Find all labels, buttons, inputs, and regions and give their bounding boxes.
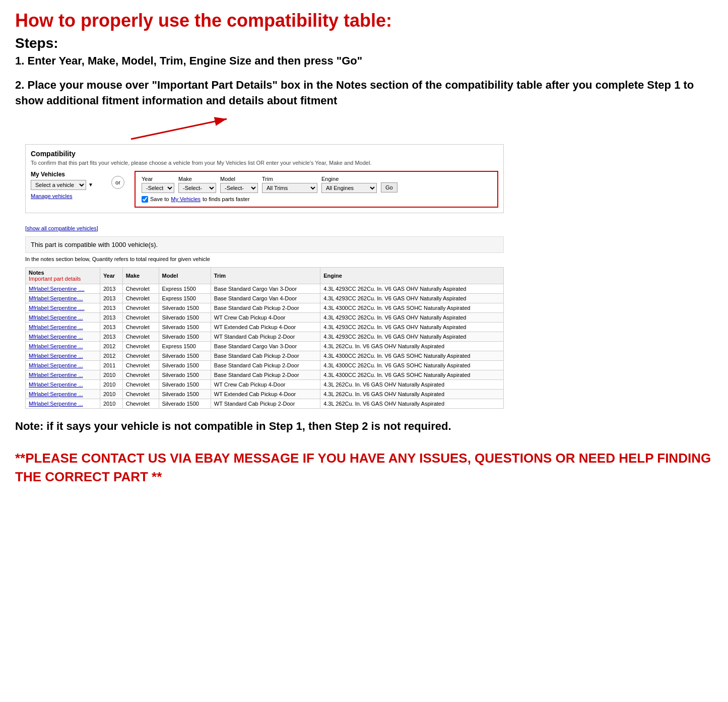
main-title: How to properly use the compatibility ta… xyxy=(15,10,713,31)
year-cell: 2012 xyxy=(100,341,122,351)
trim-cell: WT Standard Cab Pickup 2-Door xyxy=(211,332,320,341)
vehicle-select[interactable]: Select a vehicle xyxy=(31,180,86,190)
year-cell: 2013 xyxy=(100,293,122,303)
notes-cell[interactable]: Mfrlabel:Serpentine ... xyxy=(26,360,100,370)
header-engine: Engine xyxy=(320,267,504,284)
trim-cell: Base Standard Cab Pickup 2-Door xyxy=(211,303,320,312)
notes-cell[interactable]: Mfrlabel:Serpentine ... xyxy=(26,332,100,341)
year-cell: 2010 xyxy=(100,399,122,408)
engine-cell: 4.3L 262Cu. In. V6 GAS OHV Naturally Asp… xyxy=(320,341,504,351)
notes-cell[interactable]: Mfrlabel:Serpentine ... xyxy=(26,399,100,408)
compat-title: Compatibility xyxy=(31,150,498,158)
make-cell: Chevrolet xyxy=(122,293,159,303)
make-cell: Chevrolet xyxy=(122,303,159,312)
vehicle-form-section: Year -Select- Make -Select- Model -Selec… xyxy=(135,171,498,208)
make-cell: Chevrolet xyxy=(122,322,159,332)
trim-cell: Base Standard Cab Pickup 2-Door xyxy=(211,370,320,379)
steps-heading: Steps: xyxy=(15,35,713,51)
year-cell: 2013 xyxy=(100,322,122,332)
header-year: Year xyxy=(100,267,122,284)
make-cell: Chevrolet xyxy=(122,332,159,341)
model-select[interactable]: -Select- xyxy=(220,183,258,193)
model-cell: Silverado 1500 xyxy=(159,312,211,322)
engine-select[interactable]: All Engines xyxy=(321,183,377,193)
manage-vehicles-link[interactable]: Manage vehicles xyxy=(31,193,101,199)
table-row: Mfrlabel:Serpentine ....2013ChevroletSil… xyxy=(26,303,504,312)
make-cell: Chevrolet xyxy=(122,389,159,399)
model-cell: Silverado 1500 xyxy=(159,399,211,408)
compat-count: This part is compatible with 1000 vehicl… xyxy=(25,236,504,253)
notes-cell[interactable]: Mfrlabel:Serpentine ... xyxy=(26,322,100,332)
trim-cell: Base Standard Cab Pickup 2-Door xyxy=(211,360,320,370)
make-cell: Chevrolet xyxy=(122,341,159,351)
make-cell: Chevrolet xyxy=(122,379,159,389)
compat-subtitle: To confirm that this part fits your vehi… xyxy=(31,160,498,166)
make-cell: Chevrolet xyxy=(122,312,159,322)
notes-cell[interactable]: Mfrlabel:Serpentine.... xyxy=(26,293,100,303)
engine-cell: 4.3L 4300CC 262Cu. In. V6 GAS SOHC Natur… xyxy=(320,303,504,312)
trim-select[interactable]: All Trims xyxy=(262,183,317,193)
engine-cell: 4.3L 4293CC 262Cu. In. V6 GAS OHV Natura… xyxy=(320,332,504,341)
notes-cell[interactable]: Mfrlabel:Serpentine .... xyxy=(26,284,100,293)
engine-cell: 4.3L 262Cu. In. V6 GAS OHV Naturally Asp… xyxy=(320,389,504,399)
model-cell: Express 1500 xyxy=(159,293,211,303)
my-vehicles-link[interactable]: My Vehicles xyxy=(171,196,201,202)
trim-field: Trim All Trims xyxy=(262,176,317,193)
header-model: Model xyxy=(159,267,211,284)
table-row: Mfrlabel:Serpentine ....2013ChevroletExp… xyxy=(26,284,504,293)
trim-cell: Base Standard Cargo Van 3-Door xyxy=(211,284,320,293)
make-cell: Chevrolet xyxy=(122,360,159,370)
make-select[interactable]: -Select- xyxy=(178,183,216,193)
trim-cell: Base Standard Cab Pickup 2-Door xyxy=(211,351,320,360)
notes-cell[interactable]: Mfrlabel:Serpentine ... xyxy=(26,379,100,389)
go-button[interactable]: Go xyxy=(381,182,398,193)
engine-cell: 4.3L 262Cu. In. V6 GAS OHV Naturally Asp… xyxy=(320,399,504,408)
year-cell: 2010 xyxy=(100,389,122,399)
header-make: Make xyxy=(122,267,159,284)
table-row: Mfrlabel:Serpentine ...2010ChevroletSilv… xyxy=(26,399,504,408)
year-cell: 2013 xyxy=(100,332,122,341)
step2-text: 2. Place your mouse over "Important Part… xyxy=(15,78,713,109)
notes-cell[interactable]: Mfrlabel:Serpentine .... xyxy=(26,303,100,312)
make-cell: Chevrolet xyxy=(122,399,159,408)
model-cell: Silverado 1500 xyxy=(159,389,211,399)
trim-cell: WT Extended Cab Pickup 4-Door xyxy=(211,389,320,399)
engine-label: Engine xyxy=(321,176,377,182)
engine-cell: 4.3L 4293CC 262Cu. In. V6 GAS OHV Natura… xyxy=(320,284,504,293)
notes-cell[interactable]: Mfrlabel:Serpentine ... xyxy=(26,389,100,399)
make-label: Make xyxy=(178,176,216,182)
engine-cell: 4.3L 262Cu. In. V6 GAS OHV Naturally Asp… xyxy=(320,379,504,389)
compatibility-table: Notes Important part details Year Make M… xyxy=(25,267,504,409)
compat-note: In the notes section below, Quantity ref… xyxy=(25,256,713,262)
or-label: or xyxy=(111,176,124,189)
dropdown-arrow-icon: ▼ xyxy=(88,182,93,187)
save-checkbox[interactable] xyxy=(142,196,148,203)
notes-cell[interactable]: Mfrlabel:Serpentine ... xyxy=(26,370,100,379)
model-cell: Silverado 1500 xyxy=(159,303,211,312)
model-cell: Silverado 1500 xyxy=(159,370,211,379)
table-row: Mfrlabel:Serpentine ...2012ChevroletSilv… xyxy=(26,351,504,360)
show-all-link[interactable]: [show all compatible vehicles] xyxy=(25,225,98,231)
engine-cell: 4.3L 4300CC 262Cu. In. V6 GAS SOHC Natur… xyxy=(320,370,504,379)
notes-cell[interactable]: Mfrlabel:Serpentine ... xyxy=(26,351,100,360)
header-notes: Notes Important part details xyxy=(26,267,100,284)
svg-line-1 xyxy=(131,119,227,139)
table-row: Mfrlabel:Serpentine ...2013ChevroletSilv… xyxy=(26,322,504,332)
year-select[interactable]: -Select- xyxy=(142,183,174,193)
year-label: Year xyxy=(142,176,174,182)
arrow-graphic xyxy=(126,114,277,144)
make-field: Make -Select- xyxy=(178,176,216,193)
table-row: Mfrlabel:Serpentine ...2013ChevroletSilv… xyxy=(26,312,504,322)
trim-cell: Base Standard Cargo Van 3-Door xyxy=(211,341,320,351)
model-cell: Express 1500 xyxy=(159,284,211,293)
save-suffix: to finds parts faster xyxy=(203,196,250,202)
engine-field: Engine All Engines xyxy=(321,176,377,193)
trim-cell: WT Crew Cab Pickup 4-Door xyxy=(211,312,320,322)
model-label: Model xyxy=(220,176,258,182)
table-header-row: Notes Important part details Year Make M… xyxy=(26,267,504,284)
table-row: Mfrlabel:Serpentine ...2013ChevroletSilv… xyxy=(26,332,504,341)
notes-cell[interactable]: Mfrlabel:Serpentine ... xyxy=(26,312,100,322)
year-cell: 2011 xyxy=(100,360,122,370)
notes-cell[interactable]: Mfrlabel:Serpentine ... xyxy=(26,341,100,351)
model-cell: Silverado 1500 xyxy=(159,360,211,370)
